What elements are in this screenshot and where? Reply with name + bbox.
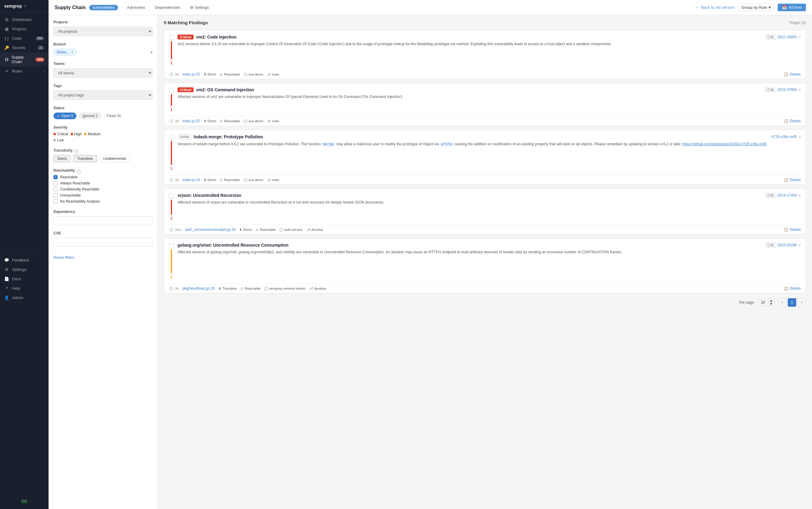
finding-5-details-button[interactable]: 📋 Details xyxy=(784,286,801,291)
reachable-checkbox[interactable]: ✓ xyxy=(54,175,58,179)
branch-icon: ⎇ xyxy=(267,178,271,182)
branch-chevron-icon: ▾ xyxy=(150,50,153,55)
triage-button[interactable]: Triage (0) xyxy=(789,20,806,25)
transitivity-transitive-button[interactable]: Transitive xyxy=(73,155,97,162)
reachability-unreachable[interactable]: Unreachable xyxy=(54,193,153,198)
finding-2-file[interactable]: index.js:25 xyxy=(182,119,200,123)
finding-1-severity-badge: Critical xyxy=(177,35,194,39)
page-next-button[interactable]: › xyxy=(798,298,806,307)
finding-4-cve-number[interactable]: 2024-27454 xyxy=(777,193,797,198)
finding-3-ext-link-icon[interactable]: ↗ xyxy=(798,135,801,139)
finding-1-details-button[interactable]: 📋 Details xyxy=(784,72,801,76)
sidebar-chevron-icon[interactable]: ▾ xyxy=(24,4,26,8)
active-tab-badge[interactable]: Vulnerabilities xyxy=(89,5,118,10)
tags-filter: Tags All project tags xyxy=(54,84,153,100)
group-by-select[interactable]: Group by Rule ▾ xyxy=(738,4,774,11)
finding-1-ext-link-icon[interactable]: ↗ xyxy=(798,35,801,39)
severity-medium[interactable]: Medium xyxy=(84,132,101,136)
transitivity-direct-button[interactable]: Direct xyxy=(54,155,71,162)
finding-card-2: 1 Critical vm2: OS Command Injection CVE… xyxy=(164,83,806,126)
status-ignored-button[interactable]: Ignored 2 xyxy=(79,112,101,119)
finding-3-advisory-link[interactable]: https://github.com/advisories/GHSA-h726-… xyxy=(682,142,767,146)
sidebar-item-secrets[interactable]: 🔑 Secrets 21 xyxy=(0,43,48,53)
group-by-chevron-icon: ▾ xyxy=(769,5,771,10)
finding-4-file[interactable]: auth_service/services/jwt.py:34 xyxy=(185,228,235,232)
always-reachable-checkbox[interactable] xyxy=(54,181,58,185)
help-icon: ? xyxy=(4,286,9,291)
finding-3-severity-bar xyxy=(171,141,172,165)
page-prev-button[interactable]: ‹ xyxy=(778,298,786,307)
finding-2-footer: 🕐 9d index.js:25 ⬆ Direct ⚠ Reachable ◯ … xyxy=(164,116,806,126)
reset-filters-button[interactable]: Reset filters xyxy=(54,255,74,260)
sidebar-item-feedback[interactable]: 💬 Feedback xyxy=(0,256,48,265)
reachable-label: Reachable xyxy=(60,175,77,179)
reachability-help-icon[interactable]: ? xyxy=(77,170,81,174)
finding-4-rank: 1 xyxy=(170,216,172,220)
severity-high[interactable]: High xyxy=(71,132,82,136)
no-reachability-checkbox[interactable] xyxy=(54,199,58,204)
per-page-down-button[interactable]: ▼ xyxy=(768,302,774,306)
finding-3-file[interactable]: index.js:14 xyxy=(182,178,200,182)
branch-close-icon[interactable]: × xyxy=(71,50,73,54)
per-page-up-button[interactable]: ▲ xyxy=(768,299,774,302)
finding-3-meta-direct: ⬆ Direct xyxy=(204,178,216,182)
sidebar-item-rules[interactable]: ≡ Rules › xyxy=(0,66,48,76)
finding-1-meta-reachable: ⚠ Reachable xyxy=(220,72,240,76)
sidebar-item-settings[interactable]: ⚙ Settings xyxy=(0,265,48,274)
finding-5-checkbox[interactable] xyxy=(169,243,174,248)
back-to-old-version-button[interactable]: ← Back to old version xyxy=(696,5,735,10)
finding-1-cve-number[interactable]: 2022-25893 xyxy=(777,35,797,39)
finding-2-checkbox[interactable] xyxy=(169,88,174,93)
finding-4-cve: CVE 2024-27454 ↗ xyxy=(765,193,801,198)
projects-select[interactable]: All projects xyxy=(54,27,153,36)
finding-2-cve-number[interactable]: 2023-37903 xyxy=(777,88,797,92)
tags-select[interactable]: All project tags xyxy=(54,91,153,100)
finding-5-cve-number[interactable]: 2023-45288 xyxy=(777,243,797,247)
sidebar-item-admin[interactable]: 👤 Admin xyxy=(0,293,48,302)
sidebar-item-dashboard[interactable]: ⊞ Dashboard xyxy=(0,15,48,24)
sidebar-item-supply-chain[interactable]: ⛓ Supply Chain 400 xyxy=(0,53,48,66)
branch-tag[interactable]: Defau... × xyxy=(54,49,77,56)
unreachable-checkbox[interactable] xyxy=(54,193,58,198)
reachability-no-analysis[interactable]: No Reachability Analysis xyxy=(54,199,153,204)
tab-advisories[interactable]: Advisories xyxy=(123,3,149,11)
reachability-always-reachable[interactable]: Always Reachable xyxy=(54,181,153,185)
finding-3-title-row: GHSA lodash.merge: Prototype Pollution h… xyxy=(177,134,801,139)
severity-critical[interactable]: Critical xyxy=(54,132,68,136)
reachability-reachable[interactable]: ✓ Reachable xyxy=(54,175,153,179)
finding-3-cve-number[interactable]: h726-x36v-rx45 xyxy=(772,135,797,139)
conditionally-reachable-checkbox[interactable] xyxy=(54,187,58,192)
tab-dependencies[interactable]: Dependencies xyxy=(150,3,184,11)
sidebar-item-code[interactable]: { } Code 886 xyxy=(0,34,48,43)
severity-low[interactable]: Low xyxy=(54,138,64,142)
finding-5-ext-link-icon[interactable]: ↗ xyxy=(798,243,801,247)
tab-settings[interactable]: ⚙ Settings xyxy=(186,3,213,11)
cve-input[interactable] xyxy=(54,238,153,247)
transitivity-undetermined-button[interactable]: Undetermined xyxy=(99,155,130,162)
finding-2-details-button[interactable]: 📋 Details xyxy=(784,119,801,123)
finding-4-details-button[interactable]: 📋 Details xyxy=(784,228,801,232)
finding-4-checkbox[interactable] xyxy=(169,194,174,198)
all-time-button[interactable]: 📅 All time xyxy=(778,4,806,11)
finding-3-clock-icon: 🕐 xyxy=(169,178,173,182)
sidebar-item-projects[interactable]: ▦ Projects xyxy=(0,24,48,34)
finding-4-ext-link-icon[interactable]: ↗ xyxy=(798,194,801,198)
finding-1-rank: 1 xyxy=(170,61,172,65)
finding-5-file[interactable]: pkg/heartbeat.go:26 xyxy=(182,286,215,291)
reachability-conditionally-reachable[interactable]: Conditionally Reachable xyxy=(54,187,153,192)
transitivity-help-icon[interactable]: ? xyxy=(74,149,78,154)
finding-2-ext-link-icon[interactable]: ↗ xyxy=(798,88,801,92)
finding-1-age-val: 9d xyxy=(175,72,179,76)
finding-1-checkbox[interactable] xyxy=(169,35,174,40)
sidebar-item-docs[interactable]: 📄 Docs xyxy=(0,274,48,284)
status-open-button[interactable]: ✓ Open 5 xyxy=(54,112,76,119)
page-1-button[interactable]: 1 xyxy=(788,298,796,307)
finding-1-file[interactable]: index.js:25 xyxy=(182,72,200,76)
status-fixed-button[interactable]: Fixed 34 xyxy=(103,112,124,119)
finding-3-details-button[interactable]: 📋 Details xyxy=(784,178,801,182)
finding-3-checkbox[interactable] xyxy=(169,135,174,139)
finding-5-desc: Affected versions of golang.org/x/net, g… xyxy=(177,249,801,255)
dependency-input[interactable] xyxy=(54,216,153,225)
teams-select[interactable]: All teams xyxy=(54,68,153,78)
sidebar-item-help[interactable]: ? Help xyxy=(0,284,48,293)
